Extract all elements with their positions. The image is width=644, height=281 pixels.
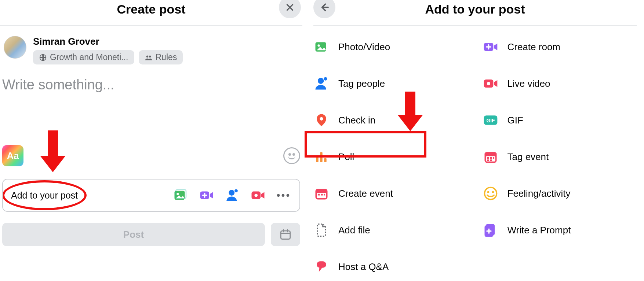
option-create-room[interactable]: Create room — [483, 37, 637, 57]
svg-point-18 — [487, 82, 490, 85]
create-post-panel: Create post Simran Grover Growth and Mon… — [0, 0, 302, 281]
svg-rect-31 — [487, 159, 489, 161]
annotation-box-poll — [305, 131, 426, 158]
option-create-event-label: Create event — [338, 188, 393, 199]
photo-video-quick-icon[interactable] — [173, 189, 189, 201]
add-to-post-title: Add to your post — [313, 2, 637, 16]
tag-event-icon — [483, 149, 499, 165]
option-create-room-label: Create room — [507, 41, 561, 53]
add-to-post-icons: ••• — [173, 189, 291, 201]
svg-rect-32 — [490, 159, 492, 161]
live-video-icon — [483, 75, 499, 92]
more-options-button[interactable]: ••• — [276, 189, 291, 201]
photo-video-icon — [313, 39, 330, 55]
live-video-quick-icon[interactable] — [250, 189, 266, 201]
rules-chip-label: Rules — [156, 52, 177, 62]
option-write-prompt[interactable]: Write a Prompt — [483, 220, 637, 240]
svg-point-1 — [146, 55, 148, 58]
option-add-file-label: Add file — [338, 225, 370, 236]
svg-rect-35 — [318, 194, 320, 196]
add-to-post-header: Add to your post — [313, 0, 637, 26]
add-to-post-card[interactable]: Add to your post ••• — [2, 179, 300, 212]
add-file-icon — [313, 222, 330, 238]
svg-point-8 — [234, 189, 238, 192]
option-live-video[interactable]: Live video — [483, 73, 637, 94]
svg-rect-24 — [324, 158, 326, 162]
option-feeling-activity[interactable]: Feeling/activity — [483, 183, 637, 204]
smile-icon — [288, 156, 295, 159]
option-check-in-label: Check in — [338, 115, 375, 126]
check-in-icon — [313, 112, 330, 128]
svg-text:GIF: GIF — [486, 118, 495, 123]
svg-point-19 — [320, 117, 323, 121]
option-check-in[interactable]: Check in — [313, 110, 468, 130]
option-photo-video-label: Photo/Video — [338, 41, 390, 53]
tag-people-quick-icon[interactable] — [225, 189, 240, 201]
annotation-arrow-left — [40, 130, 65, 174]
option-host-qa[interactable]: Host a Q&A — [313, 256, 468, 277]
author-name: Simran Grover — [33, 36, 183, 47]
gif-icon: GIF — [483, 112, 499, 128]
background-picker-button[interactable]: Aa — [2, 145, 23, 166]
calendar-icon — [279, 228, 292, 241]
create-event-icon — [313, 185, 330, 201]
svg-point-4 — [177, 193, 179, 195]
option-host-qa-label: Host a Q&A — [338, 261, 389, 273]
svg-point-10 — [254, 194, 258, 197]
option-live-video-label: Live video — [507, 78, 550, 89]
audience-chip-label: Growth and Moneti... — [50, 52, 128, 62]
svg-rect-36 — [321, 194, 323, 196]
create-room-icon — [483, 39, 499, 55]
svg-rect-37 — [324, 194, 325, 196]
svg-rect-11 — [281, 231, 290, 239]
globe-icon — [39, 53, 47, 62]
option-tag-people[interactable]: Tag people — [313, 73, 468, 94]
schedule-button[interactable] — [271, 223, 300, 246]
svg-point-13 — [317, 44, 320, 47]
svg-rect-28 — [487, 157, 489, 159]
option-write-prompt-label: Write a Prompt — [507, 225, 571, 236]
option-gif-label: GIF — [507, 115, 523, 126]
svg-point-15 — [318, 78, 324, 84]
group-icon — [145, 53, 153, 62]
svg-point-7 — [229, 190, 234, 196]
svg-point-2 — [149, 55, 151, 58]
background-picker-label: Aa — [7, 150, 19, 162]
annotation-arrow-right — [398, 92, 423, 132]
option-feeling-activity-label: Feeling/activity — [507, 188, 571, 199]
option-tag-people-label: Tag people — [338, 78, 385, 89]
svg-rect-29 — [490, 157, 492, 159]
svg-point-40 — [492, 191, 494, 193]
svg-point-39 — [487, 191, 489, 193]
write-prompt-icon — [483, 222, 499, 238]
rules-chip[interactable]: Rules — [139, 50, 183, 64]
composer-input[interactable]: Write something... — [0, 70, 302, 93]
host-qa-icon — [313, 259, 330, 275]
close-icon — [285, 3, 295, 12]
audience-chip[interactable]: Growth and Moneti... — [33, 50, 134, 64]
feeling-activity-icon — [483, 185, 499, 201]
tag-people-icon — [313, 75, 330, 92]
create-post-header: Create post — [0, 0, 302, 26]
svg-rect-30 — [493, 157, 494, 159]
option-photo-video[interactable]: Photo/Video — [313, 37, 468, 57]
create-room-quick-icon[interactable] — [199, 189, 214, 201]
author-row: Simran Grover Growth and Moneti... Rules — [0, 26, 302, 70]
create-post-title: Create post — [0, 2, 302, 16]
add-to-post-label: Add to your post — [11, 190, 78, 201]
svg-rect-26 — [484, 152, 496, 155]
option-create-event[interactable]: Create event — [313, 183, 468, 204]
option-tag-event[interactable]: Tag event — [483, 147, 637, 167]
post-button-label: Post — [123, 229, 144, 240]
svg-point-16 — [324, 77, 327, 81]
svg-point-38 — [484, 188, 496, 200]
option-add-file[interactable]: Add file — [313, 220, 468, 240]
emoji-button[interactable] — [283, 147, 300, 164]
add-to-post-panel: Add to your post Photo/Video Create room — [302, 0, 644, 281]
avatar[interactable] — [4, 36, 26, 59]
post-button[interactable]: Post — [2, 223, 265, 246]
option-gif[interactable]: GIF GIF — [483, 110, 637, 130]
option-tag-event-label: Tag event — [507, 151, 549, 163]
